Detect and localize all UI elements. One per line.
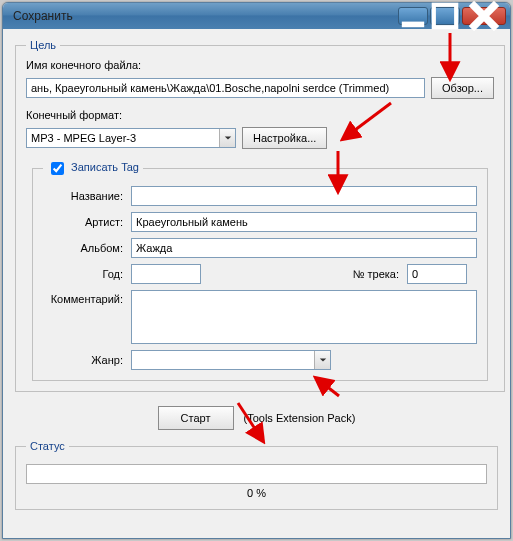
album-input[interactable] <box>131 238 477 258</box>
track-input[interactable] <box>407 264 467 284</box>
close-button[interactable] <box>462 7 506 25</box>
album-label: Альбом: <box>43 242 123 254</box>
target-legend: Цель <box>26 39 60 51</box>
artist-input[interactable] <box>131 212 477 232</box>
browse-button[interactable]: Обзор... <box>431 77 494 99</box>
format-label: Конечный формат: <box>26 109 494 121</box>
tag-group: Записать Tag Название: Артист: Альбом: Г… <box>32 159 488 381</box>
format-value: MP3 - MPEG Layer-3 <box>27 132 219 144</box>
dropdown-arrow-icon[interactable] <box>314 351 330 369</box>
tag-legend: Записать Tag <box>43 159 143 178</box>
minimize-button[interactable] <box>398 7 428 25</box>
status-legend: Статус <box>26 440 69 452</box>
year-label: Год: <box>43 268 123 280</box>
genre-label: Жанр: <box>43 354 123 366</box>
filename-input[interactable] <box>26 78 425 98</box>
dropdown-arrow-icon[interactable] <box>219 129 235 147</box>
tag-legend-text: Записать Tag <box>71 161 139 173</box>
genre-select[interactable] <box>131 350 331 370</box>
title-label: Название: <box>43 190 123 202</box>
comment-input[interactable] <box>131 290 477 344</box>
comment-label: Комментарий: <box>43 290 123 305</box>
progress-bar <box>26 464 487 484</box>
start-button[interactable]: Старт <box>158 406 234 430</box>
write-tag-checkbox[interactable] <box>51 162 64 175</box>
artist-label: Артист: <box>43 216 123 228</box>
status-group: Статус 0 % <box>15 440 498 510</box>
filename-label: Имя конечного файла: <box>26 59 494 71</box>
window-buttons <box>398 7 506 25</box>
title-input[interactable] <box>131 186 477 206</box>
svg-rect-0 <box>402 22 424 28</box>
track-label: № трека: <box>339 268 399 280</box>
target-group: Цель Имя конечного файла: Обзор... Конеч… <box>15 39 505 392</box>
save-dialog-window: Сохранить Цель Имя конечного файла: Обзо… <box>2 2 511 539</box>
format-select[interactable]: MP3 - MPEG Layer-3 <box>26 128 236 148</box>
window-title: Сохранить <box>13 9 398 23</box>
progress-percent: 0 % <box>26 487 487 499</box>
settings-button[interactable]: Настройка... <box>242 127 327 149</box>
svg-rect-1 <box>434 5 456 27</box>
ext-pack-label: (Tools Extension Pack) <box>244 412 356 424</box>
maximize-button[interactable] <box>430 7 460 25</box>
year-input[interactable] <box>131 264 201 284</box>
start-row: Старт (Tools Extension Pack) <box>9 406 504 430</box>
titlebar[interactable]: Сохранить <box>3 3 510 29</box>
client-area: Цель Имя конечного файла: Обзор... Конеч… <box>9 33 504 532</box>
